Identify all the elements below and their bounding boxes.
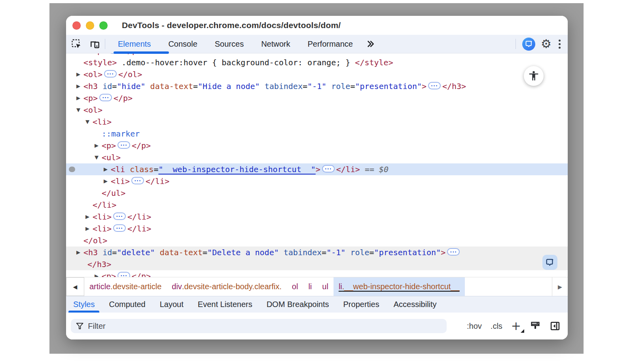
crumb-classes: .devsite-article-body.clearfix. [182,282,282,291]
toggle-sidebar-icon[interactable] [550,320,561,332]
code-token: = [112,248,117,257]
crumb-tag: ol [292,282,298,291]
more-tabs-icon[interactable] [364,38,377,50]
ellipsis-expand-button[interactable]: ··· [113,212,126,220]
ellipsis-expand-button[interactable]: ··· [99,94,112,101]
breadcrumb-item-li[interactable]: li.__web-inspector-hide-shortcut__ [334,277,465,296]
code-token: <p> [102,271,116,277]
expand-arrow-icon[interactable]: ▶ [85,53,93,57]
breadcrumb-item-article[interactable]: article.devsite-article [84,277,167,296]
minimize-window-button[interactable] [86,21,94,30]
styles-filter-field[interactable] [71,319,447,333]
element-classes-toggle[interactable]: .cls [491,322,502,331]
dom-tree-row[interactable]: </li> [66,199,568,211]
code-token: </p> [132,271,151,277]
code-token: "-1" [326,248,345,257]
breadcrumb-item-div[interactable]: div.devsite-article-body.clearfix. [167,277,287,296]
expand-arrow-icon[interactable]: ▶ [76,80,83,92]
dom-tree-row[interactable]: ▶<li>···</li> [66,175,568,187]
expand-arrow-icon[interactable]: ▶ [95,270,102,277]
dom-tree-row[interactable]: ▶<li>···</li> [66,211,568,223]
ellipsis-expand-button[interactable]: ··· [113,224,126,232]
dom-tree-row[interactable]: </ul> [66,187,568,199]
dom-tree-row[interactable]: ▶<p>···</p> [66,92,568,104]
styles-filter-input[interactable] [88,322,442,331]
dom-tree-row[interactable]: </h3> [66,258,568,270]
expand-arrow-icon[interactable]: ▼ [76,104,83,116]
code-token: <li> [93,117,112,127]
expand-arrow-icon[interactable]: ▶ [95,140,102,152]
ellipsis-expand-button[interactable]: ··· [447,248,460,256]
tab-accessibility[interactable]: Accessibility [387,296,444,313]
traffic-lights [72,21,108,30]
new-style-rule-button[interactable]: + [511,320,521,332]
tab-layout[interactable]: Layout [153,296,191,313]
dom-tree-row[interactable]: ▼<li> [66,116,568,128]
device-toolbar-icon[interactable] [88,38,101,50]
tab-computed[interactable]: Computed [102,296,152,313]
tab-event-listeners[interactable]: Event Listeners [191,296,260,313]
ai-assistant-bubble-icon[interactable] [542,255,557,270]
dom-tree-row[interactable]: ▶<h3 id="hide" data-text="Hide a node" t… [66,80,568,92]
rendering-emulation-icon[interactable] [530,320,541,332]
tab-network[interactable]: Network [252,35,299,53]
expand-arrow-icon[interactable]: ▶ [104,175,111,187]
close-window-button[interactable] [72,21,81,30]
dom-tree-row[interactable]: ▶<h3 id="delete" data-text="Delete a nod… [66,246,568,258]
expand-arrow-icon[interactable]: ▼ [95,152,102,163]
code-token: data-text [150,82,193,91]
kebab-menu-icon[interactable] [557,38,562,50]
code-token: </li> [127,224,151,233]
breadcrumb-right-arrow[interactable]: ▶ [552,277,568,296]
expand-arrow-icon[interactable]: ▶ [104,163,111,175]
dom-tree-row[interactable]: ▶<ol>···</ol> [66,68,568,80]
dom-tree-row[interactable]: ▶<li>···</li> [66,223,568,235]
tab-styles[interactable]: Styles [66,296,102,313]
titlebar: DevTools - developer.chrome.com/docs/dev… [66,16,568,35]
settings-gear-icon[interactable]: ⚙ [541,38,552,50]
ellipsis-expand-button[interactable]: ··· [322,165,335,173]
ai-assistant-icon[interactable] [522,38,535,51]
code-token: role [331,82,350,91]
expand-arrow-icon[interactable]: ▶ [85,223,93,235]
dom-tree-row[interactable]: </ol> [66,235,568,246]
code-token: = [154,165,158,174]
accessibility-person-icon[interactable] [524,66,544,86]
ellipsis-expand-button[interactable]: ··· [118,272,130,277]
breadcrumb-item-li[interactable]: li [303,277,317,296]
dom-tree-row[interactable]: ▶<p>···</p> [66,53,568,57]
tab-elements[interactable]: Elements [109,35,159,53]
code-token [146,82,150,91]
dom-tree-row[interactable]: ▶<p>···</p> [66,140,568,152]
ellipsis-expand-button[interactable]: ··· [428,82,441,89]
tab-console[interactable]: Console [159,35,206,53]
zoom-window-button[interactable] [99,21,108,30]
dom-tree-row[interactable]: ▼<ol> [66,104,568,116]
breadcrumb-left-arrow[interactable]: ◀ [66,277,84,296]
ellipsis-expand-button[interactable]: ··· [131,177,144,184]
code-token: </h3> [87,260,111,269]
tab-dom-breakpoints[interactable]: DOM Breakpoints [260,296,336,313]
tab-sources[interactable]: Sources [206,35,252,53]
dom-tree-row[interactable]: <style> .demo--hover:hover { background-… [66,57,568,68]
breadcrumb-item-ul[interactable]: ul [317,277,334,296]
inspect-cursor-icon[interactable] [70,38,83,50]
expand-arrow-icon[interactable]: ▶ [76,68,83,80]
code-token: = [303,82,307,91]
expand-arrow-icon[interactable]: ▶ [85,211,93,223]
filter-funnel-icon [76,322,84,330]
expand-arrow-icon[interactable]: ▶ [76,92,83,104]
dom-tree-row[interactable]: ::marker [66,128,568,140]
dom-tree-row[interactable]: ▼<ul> [66,152,568,163]
tab-performance[interactable]: Performance [299,35,362,53]
ellipsis-expand-button[interactable]: ··· [104,70,117,78]
hover-state-toggle[interactable]: :hov [467,322,482,331]
dom-tree-row[interactable]: ▶<p>···</p> [66,270,568,277]
code-token: <li> [93,224,112,233]
tab-properties[interactable]: Properties [336,296,387,313]
dom-tree-row[interactable]: ▶<li class="__web-inspector-hide-shortcu… [66,163,568,175]
expand-arrow-icon[interactable]: ▶ [76,246,83,258]
breadcrumb-item-ol[interactable]: ol [287,277,303,296]
expand-arrow-icon[interactable]: ▼ [85,116,93,128]
ellipsis-expand-button[interactable]: ··· [118,141,130,149]
